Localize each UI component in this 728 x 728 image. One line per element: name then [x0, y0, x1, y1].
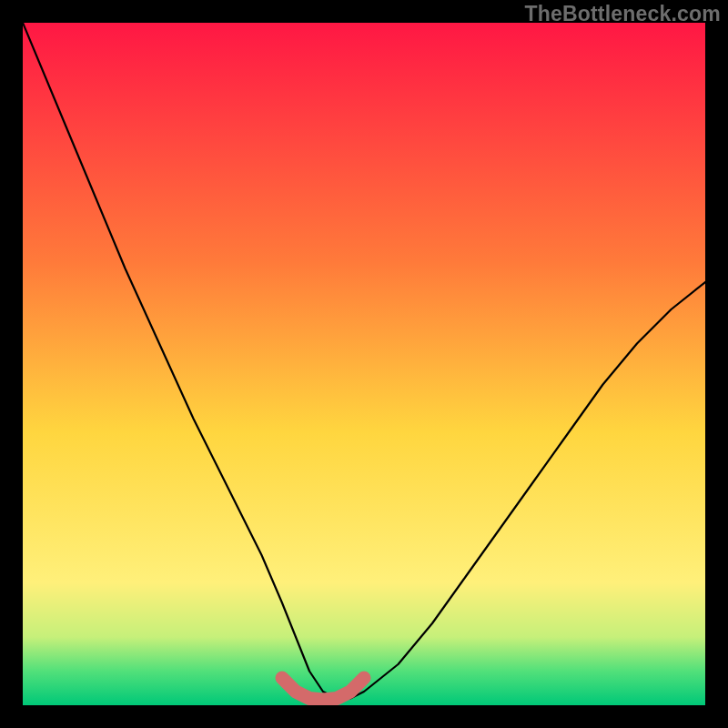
gradient-background: [23, 23, 705, 705]
chart-frame: TheBottleneck.com: [0, 0, 728, 728]
plot-area: [23, 23, 705, 705]
chart-svg: [23, 23, 705, 705]
watermark-text: TheBottleneck.com: [524, 2, 721, 26]
